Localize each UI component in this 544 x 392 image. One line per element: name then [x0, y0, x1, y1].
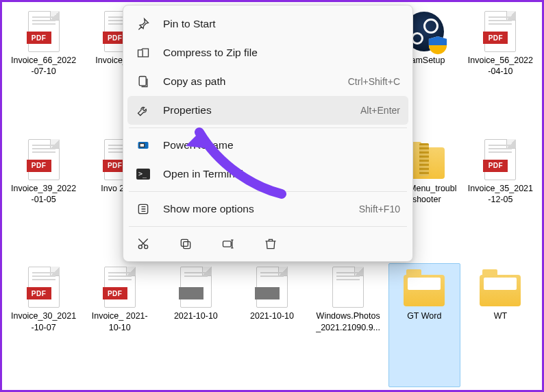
package-icon [327, 267, 369, 308]
menu-powerrename[interactable]: PowerRename [127, 131, 408, 160]
menu-label: Compress to Zip file [163, 47, 400, 59]
file-pdf[interactable]: PDF Invoice_35_2021-12-05 [465, 136, 536, 260]
menu-label: PowerRename [163, 139, 400, 151]
zip-icon [136, 45, 151, 60]
file-pdf[interactable]: PDF Invoice_56_2022-04-10 [465, 8, 536, 132]
folder-wt[interactable]: WT [465, 263, 536, 387]
menu-open-terminal[interactable]: >_ Open in Terminal [127, 160, 408, 188]
svg-rect-8 [223, 241, 232, 247]
menu-properties[interactable]: Properties Alt+Enter [127, 96, 408, 125]
menu-separator [129, 191, 407, 192]
file-label: 2021-10-10 [174, 310, 218, 321]
copy-icon[interactable] [177, 235, 195, 253]
menu-shortcut: Ctrl+Shift+C [348, 76, 400, 87]
svg-rect-2 [140, 144, 145, 147]
menu-label: Copy as path [163, 75, 336, 88]
pdf-icon: PDF [99, 267, 140, 308]
file-label: Invoice_56_2022-04-10 [467, 55, 534, 77]
file-pdf[interactable]: 2021-10-10 [236, 263, 308, 387]
pdf-icon [175, 267, 217, 308]
copy-path-icon [136, 74, 151, 89]
menu-action-row [127, 230, 408, 257]
pdf-icon: PDF [23, 267, 64, 308]
file-pdf[interactable]: PDF Invoice_ 2021-10-10 [84, 263, 156, 387]
wrench-icon [136, 103, 151, 118]
pdf-icon: PDF [23, 139, 64, 180]
file-pdf[interactable]: 2021-10-10 [160, 263, 232, 387]
folder-icon [404, 267, 445, 308]
folder-gt-word[interactable]: GT Word [388, 263, 460, 387]
cut-icon[interactable] [134, 235, 152, 253]
terminal-icon: >_ [136, 167, 151, 182]
pdf-icon [251, 267, 293, 308]
menu-label: Show more options [163, 203, 347, 215]
file-pdf[interactable]: PDF Invoice_66_2022-07-10 [8, 8, 79, 132]
pdf-icon: PDF [23, 11, 64, 52]
file-label: GT Word [407, 310, 441, 321]
powerrename-icon [136, 138, 151, 153]
rename-icon[interactable] [219, 235, 237, 253]
delete-icon[interactable] [262, 235, 280, 253]
file-label: Invoice_30_2021-10-07 [10, 310, 77, 333]
more-options-icon [136, 201, 151, 217]
menu-compress-zip[interactable]: Compress to Zip file [127, 38, 408, 67]
menu-label: Pin to Start [163, 18, 400, 30]
file-label: Invoice_66_2022-07-10 [10, 55, 77, 77]
menu-separator [129, 127, 407, 128]
file-label: Invoice_39_2022-01-05 [10, 183, 77, 206]
file-label: Invoice_35_2021-12-05 [467, 183, 534, 206]
menu-label: Open in Terminal [163, 168, 400, 180]
file-label: 2021-10-10 [250, 310, 294, 321]
file-appx[interactable]: Windows.Photos_2021.21090.9... [312, 263, 384, 387]
file-label: Windows.Photos_2021.21090.9... [314, 310, 382, 333]
file-pdf[interactable]: PDF Invoice_30_2021-10-07 [8, 263, 79, 387]
context-menu: Pin to Start Compress to Zip file Copy a… [123, 5, 413, 262]
menu-copy-as-path[interactable]: Copy as path Ctrl+Shift+C [127, 67, 408, 96]
menu-label: Properties [163, 104, 348, 117]
menu-separator [129, 226, 407, 227]
menu-shortcut: Shift+F10 [359, 204, 400, 215]
svg-rect-0 [139, 77, 146, 86]
menu-show-more-options[interactable]: Show more options Shift+F10 [127, 195, 408, 223]
menu-pin-to-start[interactable]: Pin to Start [127, 10, 408, 38]
svg-rect-7 [181, 239, 188, 246]
pin-icon [136, 16, 151, 32]
svg-rect-6 [184, 242, 190, 249]
menu-shortcut: Alt+Enter [360, 105, 400, 116]
folder-icon [480, 267, 521, 308]
pdf-icon: PDF [480, 11, 521, 52]
file-pdf[interactable]: PDF Invoice_39_2022-01-05 [8, 136, 79, 260]
file-label: WT [494, 310, 507, 321]
pdf-icon: PDF [480, 139, 521, 180]
file-label: Invoice_ 2021-10-10 [86, 310, 153, 333]
